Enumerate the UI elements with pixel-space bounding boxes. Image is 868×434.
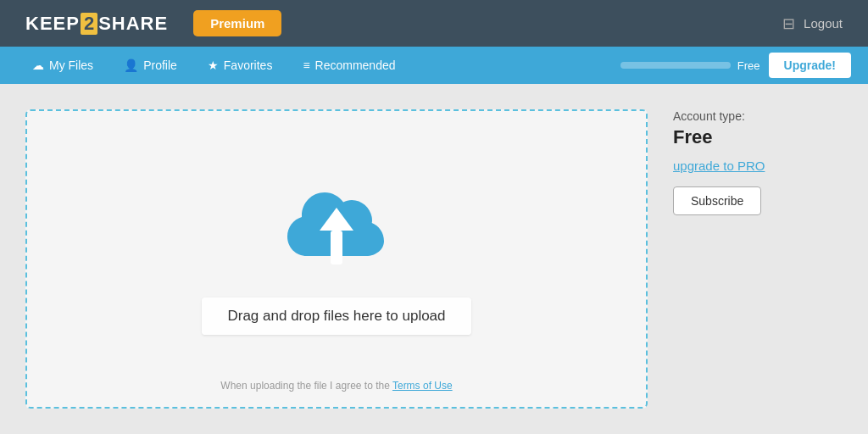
main-content: Drag and drop files here to upload When … xyxy=(0,84,868,434)
logo-2: 2 xyxy=(81,13,97,35)
terms-prefix: When uploading the file I agree to the xyxy=(220,380,392,392)
nav-label-profile: Profile xyxy=(143,58,177,72)
account-type-label: Account type: xyxy=(673,109,843,123)
subscribe-button[interactable]: Subscribe xyxy=(673,186,761,215)
logo-keep: KEEP xyxy=(25,13,80,35)
nav-item-recommended[interactable]: ≡ Recommended xyxy=(287,47,410,84)
free-label: Free xyxy=(737,59,760,72)
account-type-value: Free xyxy=(673,126,843,148)
terms-of-use-link[interactable]: Terms of Use xyxy=(392,380,453,392)
header-right: ⊟ Logout xyxy=(782,14,843,33)
cloud-upload-icon xyxy=(277,184,396,281)
sidebar: Account type: Free upgrade to PRO Subscr… xyxy=(673,109,843,409)
nav-free-info: Free xyxy=(620,59,760,72)
profile-nav-icon: 👤 xyxy=(124,58,138,72)
terms-text: When uploading the file I agree to the T… xyxy=(220,380,452,392)
cloud-nav-icon: ☁ xyxy=(32,58,44,72)
navbar: ☁ My Files 👤 Profile ★ Favorites ≡ Recom… xyxy=(0,47,868,84)
nav-item-profile[interactable]: 👤 Profile xyxy=(108,47,192,84)
logout-icon: ⊟ xyxy=(782,14,795,33)
svg-rect-0 xyxy=(331,231,342,264)
nav-label-recommended: Recommended xyxy=(315,58,396,72)
nav-item-favorites[interactable]: ★ Favorites xyxy=(192,47,288,84)
upgrade-button[interactable]: Upgrade! xyxy=(769,53,851,78)
list-nav-icon: ≡ xyxy=(303,58,309,72)
upgrade-to-pro-link[interactable]: upgrade to PRO xyxy=(673,159,843,173)
nav-label-my-files: My Files xyxy=(49,58,93,72)
upload-drop-area[interactable]: Drag and drop files here to upload When … xyxy=(25,109,648,409)
nav-label-favorites: Favorites xyxy=(224,58,273,72)
header: KEEP 2 SHARE Premium ⊟ Logout xyxy=(0,0,868,47)
logo: KEEP 2 SHARE xyxy=(25,13,168,35)
drag-drop-label: Drag and drop files here to upload xyxy=(202,298,470,335)
logout-button[interactable]: Logout xyxy=(804,16,843,31)
star-nav-icon: ★ xyxy=(208,58,219,72)
premium-button[interactable]: Premium xyxy=(193,10,281,36)
nav-item-my-files[interactable]: ☁ My Files xyxy=(17,47,108,84)
logo-share: SHARE xyxy=(98,13,168,35)
storage-progress-bar xyxy=(620,62,731,69)
